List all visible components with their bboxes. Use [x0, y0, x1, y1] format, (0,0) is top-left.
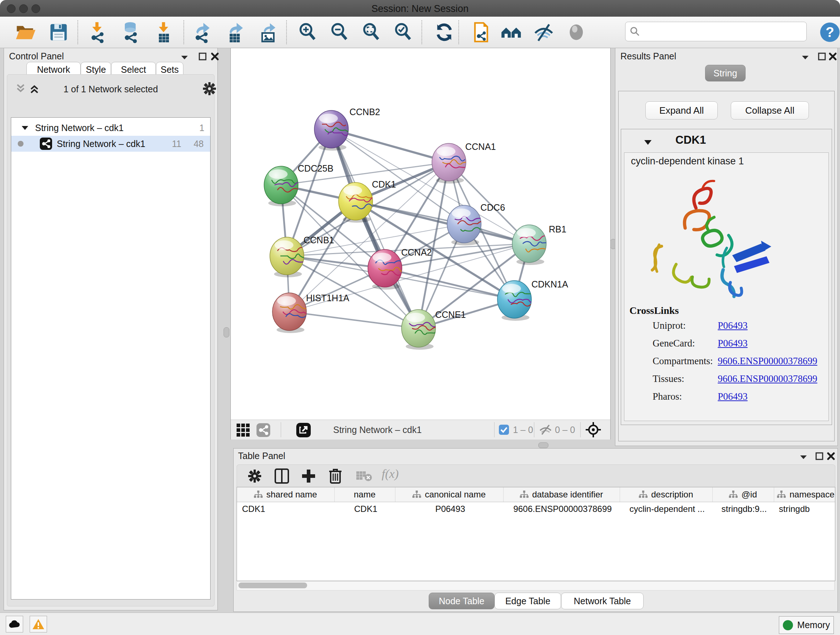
panel-menu-icon[interactable]: [180, 52, 189, 62]
warnings-button[interactable]: [30, 616, 47, 632]
float-panel-icon[interactable]: [198, 52, 207, 61]
network-selection-status: 1 of 1 Network selected: [7, 84, 214, 95]
toolbar-separator: [580, 422, 581, 437]
node-label-HIST1H1A: HIST1H1A: [306, 293, 349, 303]
network-canvas[interactable]: CCNB2CCNA1CDC25BCDK1CDC6RB1CCNB1CCNA2CDK…: [231, 48, 610, 420]
network-row[interactable]: String Network – cdk1 11 48: [11, 136, 210, 152]
column-header[interactable]: shared name: [237, 487, 334, 502]
bottom-splitter-handle[interactable]: [538, 442, 548, 448]
zoom-selected-icon[interactable]: [392, 21, 414, 43]
birdseye-toggle-icon[interactable]: [585, 422, 601, 438]
new-network-from-selection-icon[interactable]: [470, 21, 492, 43]
crosslink-row: Compartments: 9606.ENSP00000378699: [624, 356, 829, 373]
section-collapse-icon[interactable]: [643, 137, 653, 147]
delete-table-icon[interactable]: [356, 470, 372, 481]
node-label-CDC25B: CDC25B: [298, 163, 333, 173]
network-icon: [39, 137, 52, 150]
import-network-file-icon[interactable]: [86, 21, 108, 43]
show-all-icon[interactable]: [565, 21, 587, 43]
tab-edge-table[interactable]: Edge Table: [494, 593, 561, 609]
export-network-icon[interactable]: [192, 21, 213, 43]
first-neighbors-icon[interactable]: [500, 21, 522, 43]
close-panel-icon[interactable]: [210, 52, 219, 61]
tab-string[interactable]: String: [705, 65, 745, 81]
show-columns-icon[interactable]: [275, 469, 289, 484]
close-panel-icon[interactable]: [828, 52, 837, 61]
node-label-CDKN1A: CDKN1A: [531, 279, 568, 289]
attribute-table[interactable]: shared name name canonical name database…: [237, 487, 835, 516]
birdseye-grid-icon[interactable]: [236, 423, 250, 437]
delete-column-icon[interactable]: [328, 468, 343, 485]
hidden-count: 0 – 0: [555, 424, 575, 435]
zoom-in-icon[interactable]: [297, 21, 318, 43]
save-session-icon[interactable]: [48, 21, 69, 43]
control-panel-title: Control Panel: [9, 51, 64, 62]
import-network-database-icon[interactable]: [119, 21, 141, 43]
network-column-icon: [520, 491, 529, 499]
edge-count: 48: [194, 139, 204, 149]
toolbar-separator: [77, 20, 78, 44]
table-row[interactable]: CDK1 CDK1 P06493 9606.ENSP00000378699 cy…: [237, 502, 835, 516]
export-table-icon[interactable]: [225, 21, 247, 43]
pharos-link[interactable]: P06493: [718, 391, 748, 402]
genecard-link[interactable]: P06493: [718, 338, 748, 349]
node-label-CCNA2: CCNA2: [401, 247, 432, 257]
current-view-indicator: [18, 141, 24, 147]
network-edge[interactable]: [332, 129, 449, 162]
function-builder-icon[interactable]: f(x): [382, 467, 399, 481]
open-session-icon[interactable]: [14, 21, 36, 43]
node-count: 11: [172, 139, 181, 149]
network-options-gear-icon[interactable]: [202, 82, 216, 96]
collapse-all-button[interactable]: Collapse All: [731, 101, 809, 119]
left-splitter-handle[interactable]: [224, 327, 229, 337]
collection-expand-icon[interactable]: [21, 124, 29, 132]
expand-all-button[interactable]: Expand All: [645, 101, 718, 119]
node-label-CCNB1: CCNB1: [303, 235, 334, 245]
column-header[interactable]: name: [334, 487, 395, 502]
tab-node-table[interactable]: Node Table: [429, 593, 494, 609]
open-in-browser-icon[interactable]: [296, 423, 311, 438]
toolbar-separator: [458, 20, 459, 44]
column-header[interactable]: description: [620, 487, 712, 502]
window-title: Session: New Session: [0, 3, 840, 14]
export-image-icon[interactable]: [258, 21, 280, 43]
table-options-gear-icon[interactable]: [248, 469, 262, 483]
hide-selection-icon[interactable]: [533, 21, 554, 43]
memory-button[interactable]: Memory: [779, 616, 834, 634]
column-header[interactable]: namespace: [774, 487, 835, 502]
float-panel-icon[interactable]: [817, 52, 827, 61]
zoom-fit-icon[interactable]: [360, 21, 382, 43]
tissues-link[interactable]: 9606.ENSP00000378699: [718, 373, 817, 385]
toolbar-separator: [534, 422, 534, 437]
crosslink-row: GeneCard: P06493: [624, 338, 829, 356]
selected-checkbox-icon[interactable]: [499, 424, 509, 435]
tab-network-table[interactable]: Network Table: [561, 593, 644, 609]
network-edge[interactable]: [289, 312, 418, 328]
column-header[interactable]: database identifier: [503, 487, 620, 502]
table-header-row: shared name name canonical name database…: [237, 487, 835, 502]
string-network-badge-icon[interactable]: [256, 423, 271, 437]
panel-menu-icon[interactable]: [801, 52, 810, 62]
network-tab-content: 1 of 1 Network selected String Network –…: [7, 74, 215, 606]
network-column-icon: [254, 491, 263, 499]
scrollbar-handle[interactable]: [238, 583, 307, 588]
search-input[interactable]: [625, 22, 807, 41]
network-collection-row[interactable]: String Network – cdk1 1: [11, 120, 210, 136]
column-header[interactable]: @id: [712, 487, 774, 502]
hidden-eye-icon[interactable]: [539, 424, 552, 435]
horizontal-scrollbar[interactable]: [237, 581, 835, 591]
compartments-link[interactable]: 9606.ENSP00000378699: [718, 356, 817, 367]
uniprot-link[interactable]: P06493: [718, 320, 748, 331]
column-header[interactable]: canonical name: [395, 487, 503, 502]
create-column-icon[interactable]: [302, 469, 316, 484]
panel-menu-icon[interactable]: [799, 452, 808, 462]
network-label: String Network – cdk1: [57, 139, 145, 149]
memory-label: Memory: [797, 620, 830, 630]
float-panel-icon[interactable]: [815, 451, 824, 461]
cloud-status-button[interactable]: [6, 616, 23, 632]
help-icon[interactable]: ?: [819, 21, 840, 43]
import-table-file-icon[interactable]: [153, 21, 174, 43]
zoom-out-icon[interactable]: [328, 21, 350, 43]
close-panel-icon[interactable]: [826, 451, 836, 461]
apply-layout-icon[interactable]: [433, 21, 455, 43]
